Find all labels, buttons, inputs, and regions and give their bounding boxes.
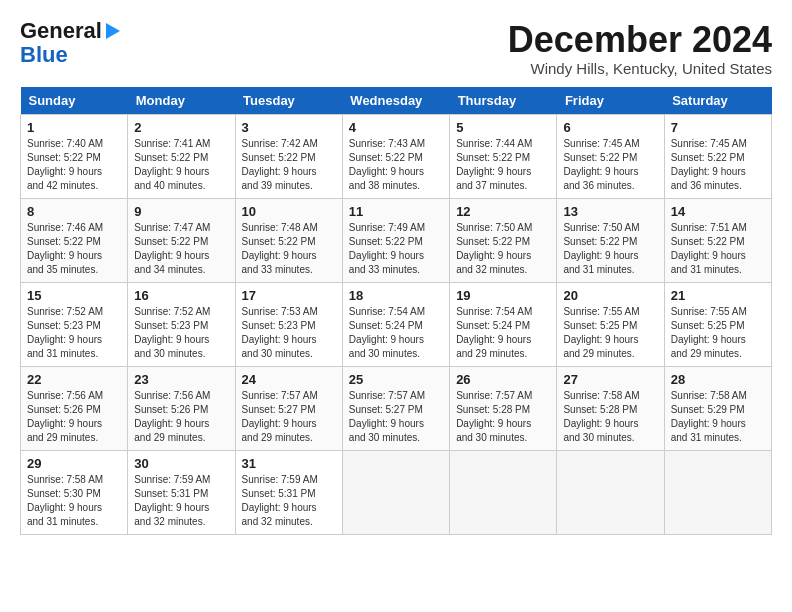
calendar-cell: 21Sunrise: 7:55 AM Sunset: 5:25 PM Dayli… (664, 282, 771, 366)
logo: General Blue (20, 20, 124, 68)
day-number: 5 (456, 120, 550, 135)
day-header-friday: Friday (557, 87, 664, 115)
day-number: 8 (27, 204, 121, 219)
day-number: 7 (671, 120, 765, 135)
day-number: 2 (134, 120, 228, 135)
calendar-cell: 20Sunrise: 7:55 AM Sunset: 5:25 PM Dayli… (557, 282, 664, 366)
day-info: Sunrise: 7:51 AM Sunset: 5:22 PM Dayligh… (671, 221, 765, 277)
day-info: Sunrise: 7:59 AM Sunset: 5:31 PM Dayligh… (134, 473, 228, 529)
day-info: Sunrise: 7:56 AM Sunset: 5:26 PM Dayligh… (27, 389, 121, 445)
calendar-cell: 16Sunrise: 7:52 AM Sunset: 5:23 PM Dayli… (128, 282, 235, 366)
calendar-week-row: 1Sunrise: 7:40 AM Sunset: 5:22 PM Daylig… (21, 114, 772, 198)
calendar-cell: 15Sunrise: 7:52 AM Sunset: 5:23 PM Dayli… (21, 282, 128, 366)
calendar-cell (557, 450, 664, 534)
day-header-monday: Monday (128, 87, 235, 115)
day-info: Sunrise: 7:42 AM Sunset: 5:22 PM Dayligh… (242, 137, 336, 193)
calendar-cell: 5Sunrise: 7:44 AM Sunset: 5:22 PM Daylig… (450, 114, 557, 198)
day-number: 25 (349, 372, 443, 387)
day-number: 31 (242, 456, 336, 471)
calendar-table: SundayMondayTuesdayWednesdayThursdayFrid… (20, 87, 772, 535)
calendar-cell: 9Sunrise: 7:47 AM Sunset: 5:22 PM Daylig… (128, 198, 235, 282)
calendar-cell: 14Sunrise: 7:51 AM Sunset: 5:22 PM Dayli… (664, 198, 771, 282)
day-number: 26 (456, 372, 550, 387)
calendar-cell: 29Sunrise: 7:58 AM Sunset: 5:30 PM Dayli… (21, 450, 128, 534)
day-info: Sunrise: 7:49 AM Sunset: 5:22 PM Dayligh… (349, 221, 443, 277)
day-number: 4 (349, 120, 443, 135)
day-number: 21 (671, 288, 765, 303)
day-info: Sunrise: 7:57 AM Sunset: 5:28 PM Dayligh… (456, 389, 550, 445)
day-info: Sunrise: 7:52 AM Sunset: 5:23 PM Dayligh… (134, 305, 228, 361)
day-info: Sunrise: 7:58 AM Sunset: 5:29 PM Dayligh… (671, 389, 765, 445)
day-info: Sunrise: 7:50 AM Sunset: 5:22 PM Dayligh… (563, 221, 657, 277)
calendar-cell: 18Sunrise: 7:54 AM Sunset: 5:24 PM Dayli… (342, 282, 449, 366)
day-number: 23 (134, 372, 228, 387)
calendar-week-row: 29Sunrise: 7:58 AM Sunset: 5:30 PM Dayli… (21, 450, 772, 534)
calendar-cell: 1Sunrise: 7:40 AM Sunset: 5:22 PM Daylig… (21, 114, 128, 198)
calendar-cell: 12Sunrise: 7:50 AM Sunset: 5:22 PM Dayli… (450, 198, 557, 282)
calendar-cell: 27Sunrise: 7:58 AM Sunset: 5:28 PM Dayli… (557, 366, 664, 450)
calendar-cell: 19Sunrise: 7:54 AM Sunset: 5:24 PM Dayli… (450, 282, 557, 366)
calendar-cell: 11Sunrise: 7:49 AM Sunset: 5:22 PM Dayli… (342, 198, 449, 282)
day-number: 13 (563, 204, 657, 219)
day-info: Sunrise: 7:48 AM Sunset: 5:22 PM Dayligh… (242, 221, 336, 277)
day-info: Sunrise: 7:57 AM Sunset: 5:27 PM Dayligh… (349, 389, 443, 445)
calendar-body: 1Sunrise: 7:40 AM Sunset: 5:22 PM Daylig… (21, 114, 772, 534)
day-header-thursday: Thursday (450, 87, 557, 115)
day-header-tuesday: Tuesday (235, 87, 342, 115)
day-info: Sunrise: 7:45 AM Sunset: 5:22 PM Dayligh… (671, 137, 765, 193)
day-info: Sunrise: 7:56 AM Sunset: 5:26 PM Dayligh… (134, 389, 228, 445)
day-info: Sunrise: 7:45 AM Sunset: 5:22 PM Dayligh… (563, 137, 657, 193)
day-header-wednesday: Wednesday (342, 87, 449, 115)
day-info: Sunrise: 7:52 AM Sunset: 5:23 PM Dayligh… (27, 305, 121, 361)
day-info: Sunrise: 7:46 AM Sunset: 5:22 PM Dayligh… (27, 221, 121, 277)
calendar-header-row: SundayMondayTuesdayWednesdayThursdayFrid… (21, 87, 772, 115)
day-header-sunday: Sunday (21, 87, 128, 115)
day-number: 10 (242, 204, 336, 219)
calendar-cell: 3Sunrise: 7:42 AM Sunset: 5:22 PM Daylig… (235, 114, 342, 198)
day-info: Sunrise: 7:50 AM Sunset: 5:22 PM Dayligh… (456, 221, 550, 277)
day-info: Sunrise: 7:40 AM Sunset: 5:22 PM Dayligh… (27, 137, 121, 193)
day-info: Sunrise: 7:44 AM Sunset: 5:22 PM Dayligh… (456, 137, 550, 193)
calendar-cell: 23Sunrise: 7:56 AM Sunset: 5:26 PM Dayli… (128, 366, 235, 450)
calendar-cell: 28Sunrise: 7:58 AM Sunset: 5:29 PM Dayli… (664, 366, 771, 450)
day-number: 16 (134, 288, 228, 303)
logo-arrow-icon (102, 20, 124, 42)
day-number: 29 (27, 456, 121, 471)
page-header: General Blue December 2024 Windy Hills, … (20, 20, 772, 77)
day-number: 14 (671, 204, 765, 219)
day-number: 17 (242, 288, 336, 303)
day-info: Sunrise: 7:54 AM Sunset: 5:24 PM Dayligh… (349, 305, 443, 361)
title-section: December 2024 Windy Hills, Kentucky, Uni… (508, 20, 772, 77)
calendar-cell: 2Sunrise: 7:41 AM Sunset: 5:22 PM Daylig… (128, 114, 235, 198)
day-number: 11 (349, 204, 443, 219)
day-info: Sunrise: 7:55 AM Sunset: 5:25 PM Dayligh… (671, 305, 765, 361)
day-info: Sunrise: 7:41 AM Sunset: 5:22 PM Dayligh… (134, 137, 228, 193)
svg-marker-0 (106, 23, 120, 39)
calendar-cell: 22Sunrise: 7:56 AM Sunset: 5:26 PM Dayli… (21, 366, 128, 450)
day-number: 15 (27, 288, 121, 303)
day-number: 20 (563, 288, 657, 303)
calendar-cell: 26Sunrise: 7:57 AM Sunset: 5:28 PM Dayli… (450, 366, 557, 450)
day-number: 22 (27, 372, 121, 387)
day-number: 6 (563, 120, 657, 135)
day-number: 27 (563, 372, 657, 387)
day-number: 9 (134, 204, 228, 219)
day-number: 28 (671, 372, 765, 387)
day-info: Sunrise: 7:54 AM Sunset: 5:24 PM Dayligh… (456, 305, 550, 361)
day-info: Sunrise: 7:59 AM Sunset: 5:31 PM Dayligh… (242, 473, 336, 529)
day-number: 19 (456, 288, 550, 303)
calendar-title: December 2024 (508, 20, 772, 60)
day-number: 30 (134, 456, 228, 471)
calendar-cell: 6Sunrise: 7:45 AM Sunset: 5:22 PM Daylig… (557, 114, 664, 198)
calendar-cell: 7Sunrise: 7:45 AM Sunset: 5:22 PM Daylig… (664, 114, 771, 198)
day-info: Sunrise: 7:58 AM Sunset: 5:28 PM Dayligh… (563, 389, 657, 445)
calendar-cell: 10Sunrise: 7:48 AM Sunset: 5:22 PM Dayli… (235, 198, 342, 282)
day-info: Sunrise: 7:55 AM Sunset: 5:25 PM Dayligh… (563, 305, 657, 361)
day-info: Sunrise: 7:43 AM Sunset: 5:22 PM Dayligh… (349, 137, 443, 193)
day-number: 12 (456, 204, 550, 219)
calendar-cell: 25Sunrise: 7:57 AM Sunset: 5:27 PM Dayli… (342, 366, 449, 450)
calendar-cell: 4Sunrise: 7:43 AM Sunset: 5:22 PM Daylig… (342, 114, 449, 198)
day-info: Sunrise: 7:53 AM Sunset: 5:23 PM Dayligh… (242, 305, 336, 361)
day-header-saturday: Saturday (664, 87, 771, 115)
day-info: Sunrise: 7:57 AM Sunset: 5:27 PM Dayligh… (242, 389, 336, 445)
